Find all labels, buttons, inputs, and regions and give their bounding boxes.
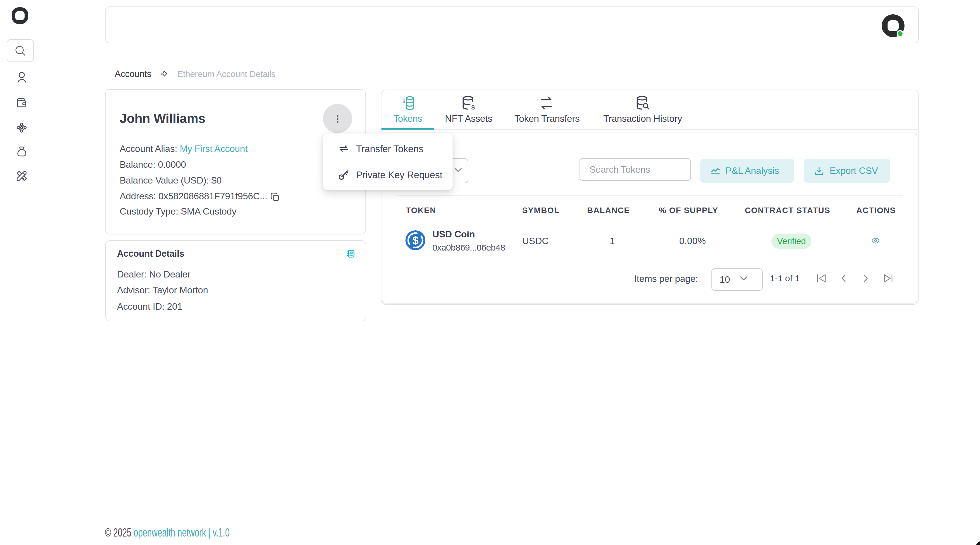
svg-text:$: $ <box>471 104 475 111</box>
svg-text:$: $ <box>412 234 418 247</box>
svg-text:$: $ <box>402 99 406 104</box>
